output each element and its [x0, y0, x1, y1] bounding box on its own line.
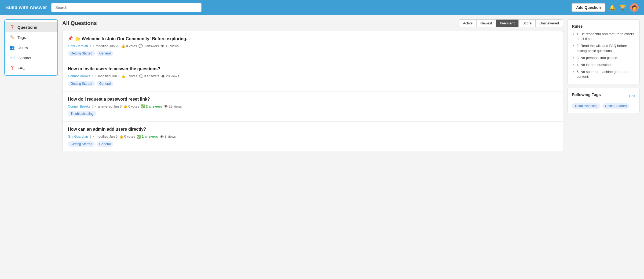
question-title[interactable]: How can an admin add users directly?: [68, 126, 146, 132]
users-icon: 👥: [10, 45, 15, 50]
views: 👁️ 23 views: [164, 104, 182, 108]
author-score: 1: [92, 75, 93, 78]
search-input[interactable]: [51, 3, 202, 12]
tag[interactable]: Troubleshooting: [572, 103, 600, 109]
question-meta: GrinGuardian 1 • modified Jun 6 👍 0 vote…: [68, 135, 557, 139]
author-link[interactable]: GrinGuardian: [68, 135, 88, 138]
question-title-row: 📌 🌟 Welcome to Join Our Community! Befor…: [68, 36, 557, 42]
question-title[interactable]: How to invite users to answer the questi…: [68, 66, 160, 72]
header-actions: Add Question 🔔 🏆 🧑: [572, 3, 639, 12]
tab-active[interactable]: Active: [459, 20, 477, 27]
tag-list: Troubleshooting: [68, 111, 557, 116]
votes: 👍 0 votes: [123, 104, 139, 108]
search-container: [51, 3, 202, 12]
notification-icon[interactable]: 🔔: [609, 4, 616, 11]
following-tags-header: Following Tags Edit: [572, 92, 635, 100]
following-tags-widget: Following Tags Edit Troubleshooting Gett…: [567, 88, 640, 113]
sidebar-item-tags[interactable]: 🏷️ Tags: [5, 32, 57, 42]
tag-list: Getting Started General: [68, 141, 557, 147]
sidebar-item-faq[interactable]: ❓ FAQ: [5, 63, 57, 73]
sidebar-item-questions[interactable]: ❓ Questions: [5, 22, 57, 32]
question-meta: GrinGuardian 1 • modified Jun 20 👍 0 vot…: [68, 44, 557, 48]
page-title: All Questions: [62, 20, 97, 26]
question-title-row: How can an admin add users directly?: [68, 126, 557, 132]
question-title-row: How to invite users to answer the questi…: [68, 66, 557, 72]
tag-list: Getting Started General: [68, 81, 557, 86]
main-content: All Questions Active Newest Frequent Sco…: [62, 19, 563, 152]
list-item: 5. No spam or machine generated content.: [577, 69, 635, 79]
add-question-button[interactable]: Add Question: [572, 3, 605, 12]
list-item: 1. Be respectful and mature to others at…: [577, 32, 635, 41]
list-item: 3. No personal info please.: [577, 56, 635, 60]
tab-score[interactable]: Score: [519, 20, 536, 27]
tab-unanswered[interactable]: Unanswered: [536, 20, 563, 27]
questions-icon: ❓: [10, 25, 15, 30]
faq-icon: ❓: [10, 65, 15, 70]
avatar[interactable]: 🧑: [630, 3, 639, 12]
question-meta: Connor Brooks 1 • modified Jun 7 👍 0 vot…: [68, 74, 557, 78]
tag-list: Getting Started General: [68, 51, 557, 56]
answers: 💬 0 answers: [139, 74, 159, 78]
sidebar-item-label: Contact: [17, 56, 31, 60]
modified-label: answered Jun 6: [98, 105, 122, 108]
tab-newest[interactable]: Newest: [477, 20, 496, 27]
rules-title: Rules: [572, 24, 635, 28]
edit-link[interactable]: Edit: [629, 94, 635, 98]
tags-icon: 🏷️: [10, 35, 15, 40]
modified-label: modified Jun 6: [96, 135, 118, 138]
table-row: 📌 🌟 Welcome to Join Our Community! Befor…: [63, 31, 563, 61]
sidebar-right: Rules 1. Be respectful and mature to oth…: [567, 19, 640, 113]
answers: 💬 0 answers: [138, 44, 159, 48]
following-tags-title: Following Tags: [572, 92, 601, 97]
votes: 👍 0 votes: [121, 44, 137, 48]
tag[interactable]: Getting Started: [68, 141, 95, 147]
page-layout: ❓ Questions 🏷️ Tags 👥 Users ✉️ Contact ❓…: [0, 15, 644, 156]
question-title[interactable]: 🌟 Welcome to Join Our Community! Before …: [75, 36, 190, 42]
table-row: How can an admin add users directly? Gri…: [63, 122, 563, 151]
author-link[interactable]: Connor Brooks: [68, 105, 90, 108]
brand-title: Build with Answer: [5, 5, 47, 10]
sidebar-item-label: Users: [17, 45, 28, 50]
rules-widget: Rules 1. Be respectful and mature to oth…: [567, 19, 640, 84]
tab-frequent[interactable]: Frequent: [496, 20, 519, 27]
sidebar: ❓ Questions 🏷️ Tags 👥 Users ✉️ Contact ❓…: [4, 19, 58, 76]
rules-list: 1. Be respectful and mature to others at…: [572, 32, 635, 79]
votes: 👍 0 votes: [119, 135, 135, 139]
tag[interactable]: Getting Started: [68, 81, 95, 86]
sidebar-item-label: FAQ: [17, 66, 25, 70]
author-score: 1: [90, 45, 91, 48]
author-link[interactable]: Connor Brooks: [68, 74, 90, 78]
views: 👁️ 12 views: [160, 44, 179, 48]
question-meta: Connor Brooks 1 • answered Jun 6 👍 0 vot…: [68, 104, 557, 108]
list-item: 2. Read the wiki and FAQ before asking b…: [577, 43, 635, 53]
views: 👁️ 28 views: [161, 74, 179, 78]
list-item: 4. No loaded questions.: [577, 63, 635, 67]
author-score: 1: [92, 105, 93, 108]
sidebar-item-contact[interactable]: ✉️ Contact: [5, 53, 57, 63]
answers-accepted: ✅ 2 answers: [141, 104, 162, 108]
sidebar-item-label: Questions: [17, 25, 37, 30]
question-title-row: How do I request a password reset link?: [68, 96, 557, 102]
views: 👁️ 8 views: [160, 135, 176, 139]
sidebar-item-users[interactable]: 👥 Users: [5, 42, 57, 53]
following-tag-list: Troubleshooting Getting Started: [572, 103, 635, 109]
answers-accepted: ✅ 1 answers: [137, 135, 158, 139]
question-title[interactable]: How do I request a password reset link?: [68, 96, 150, 102]
trophy-icon[interactable]: 🏆: [620, 4, 626, 11]
votes: 👍 0 votes: [121, 74, 137, 78]
question-list: 📌 🌟 Welcome to Join Our Community! Befor…: [62, 31, 563, 152]
tag[interactable]: Getting Started: [602, 103, 630, 109]
tag[interactable]: General: [97, 141, 114, 147]
author-score: 1: [90, 135, 91, 138]
modified-label: modified Jun 20: [96, 44, 119, 48]
tag[interactable]: Troubleshooting: [68, 111, 96, 116]
filter-tabs: Active Newest Frequent Score Unanswered: [459, 19, 563, 27]
sidebar-item-label: Tags: [17, 35, 26, 40]
table-row: How to invite users to answer the questi…: [63, 61, 563, 91]
tag[interactable]: General: [97, 81, 114, 86]
header: Build with Answer Add Question 🔔 🏆 🧑: [0, 0, 644, 15]
tag[interactable]: General: [97, 51, 114, 56]
author-link[interactable]: GrinGuardian: [68, 44, 88, 48]
questions-header: All Questions Active Newest Frequent Sco…: [62, 19, 563, 27]
tag[interactable]: Getting Started: [68, 51, 95, 56]
